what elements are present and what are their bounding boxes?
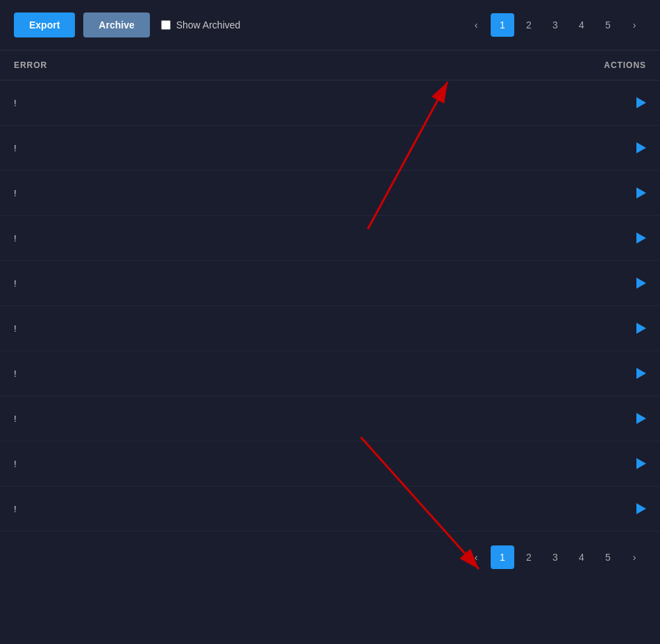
play-button[interactable] xyxy=(636,368,646,379)
export-button[interactable]: Export xyxy=(14,12,75,37)
row-error-text: ! xyxy=(14,368,591,379)
table-row: ! xyxy=(0,261,660,306)
pagination-page-1-bottom[interactable]: 1 xyxy=(491,545,514,569)
play-button[interactable] xyxy=(636,458,646,469)
play-icon xyxy=(636,413,646,424)
row-actions-cell xyxy=(591,323,646,334)
row-error-text: ! xyxy=(14,233,591,244)
row-actions-cell xyxy=(591,187,646,198)
play-icon xyxy=(636,142,646,153)
pagination-prev-top[interactable]: ‹ xyxy=(464,13,488,37)
pagination-page-4-bottom[interactable]: 4 xyxy=(570,545,593,569)
pagination-prev-bottom[interactable]: ‹ xyxy=(464,545,488,569)
row-error-text: ! xyxy=(14,143,591,153)
table-row: ! xyxy=(0,306,660,351)
pagination-next-top[interactable]: › xyxy=(623,13,646,37)
pagination-page-5-top[interactable]: 5 xyxy=(596,13,620,37)
col-header-error: ERROR xyxy=(14,60,591,70)
table-body: !!!!!!!!!! xyxy=(0,80,660,532)
pagination-page-5-bottom[interactable]: 5 xyxy=(596,545,620,569)
row-actions-cell xyxy=(591,368,646,379)
pagination-page-2-top[interactable]: 2 xyxy=(517,13,541,37)
play-icon xyxy=(636,187,646,198)
row-actions-cell xyxy=(591,97,646,108)
table-row: ! xyxy=(0,486,660,532)
table-row: ! xyxy=(0,351,660,396)
row-actions-cell xyxy=(591,413,646,424)
row-error-text: ! xyxy=(14,504,591,514)
table-row: ! xyxy=(0,126,660,171)
play-button[interactable] xyxy=(636,278,646,289)
row-actions-cell xyxy=(591,232,646,244)
play-icon xyxy=(636,368,646,379)
table-row: ! xyxy=(0,441,660,486)
row-error-text: ! xyxy=(14,459,591,469)
play-button[interactable] xyxy=(636,323,646,334)
table-row: ! xyxy=(0,171,660,216)
row-actions-cell xyxy=(591,278,646,289)
pagination-page-4-top[interactable]: 4 xyxy=(570,13,593,37)
row-actions-cell xyxy=(591,503,646,514)
col-header-actions: ACTIONS xyxy=(591,60,646,70)
row-error-text: ! xyxy=(14,414,591,424)
table-row: ! xyxy=(0,396,660,441)
table-row: ! xyxy=(0,80,660,126)
play-icon xyxy=(636,323,646,334)
show-archived-text: Show Archived xyxy=(176,19,241,31)
row-actions-cell xyxy=(591,458,646,469)
play-icon xyxy=(636,503,646,514)
play-button[interactable] xyxy=(636,187,646,198)
play-icon xyxy=(636,232,646,244)
table-row: ! xyxy=(0,216,660,261)
row-error-text: ! xyxy=(14,98,591,108)
toolbar: Export Archive Show Archived ‹ 1 2 3 4 5… xyxy=(0,0,660,51)
show-archived-checkbox[interactable] xyxy=(161,20,171,30)
pagination-page-2-bottom[interactable]: 2 xyxy=(517,545,541,569)
play-button[interactable] xyxy=(636,503,646,514)
play-button[interactable] xyxy=(636,232,646,244)
play-icon xyxy=(636,278,646,289)
pagination-next-bottom[interactable]: › xyxy=(623,545,646,569)
row-error-text: ! xyxy=(14,188,591,198)
show-archived-toggle[interactable]: Show Archived xyxy=(161,19,241,31)
play-button[interactable] xyxy=(636,97,646,108)
play-icon xyxy=(636,458,646,469)
row-error-text: ! xyxy=(14,323,591,334)
play-icon xyxy=(636,97,646,108)
play-button[interactable] xyxy=(636,413,646,424)
pagination-top: ‹ 1 2 3 4 5 › xyxy=(464,13,646,37)
archive-button[interactable]: Archive xyxy=(83,12,149,37)
row-actions-cell xyxy=(591,142,646,153)
pagination-page-3-top[interactable]: 3 xyxy=(543,13,567,37)
pagination-page-3-bottom[interactable]: 3 xyxy=(543,545,567,569)
table-header: ERROR ACTIONS xyxy=(0,51,660,80)
pagination-page-1-top[interactable]: 1 xyxy=(491,13,514,37)
play-button[interactable] xyxy=(636,142,646,153)
row-error-text: ! xyxy=(14,278,591,289)
pagination-bottom: ‹ 1 2 3 4 5 › xyxy=(0,533,660,582)
